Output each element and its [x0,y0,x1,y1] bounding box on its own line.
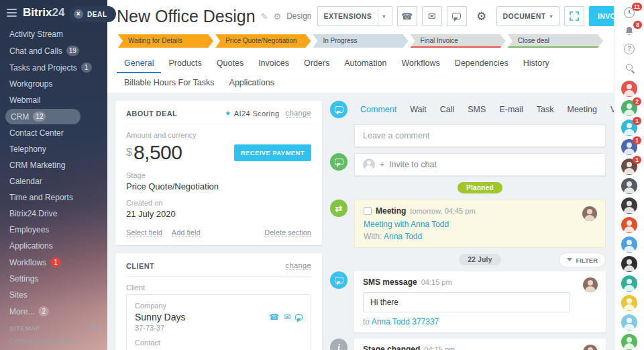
company-name[interactable]: Sunny Days [135,312,185,322]
close-icon[interactable]: × [74,9,83,19]
select-field-link[interactable]: Select field [126,228,162,237]
receive-payment-button[interactable]: RECEIVE PAYMENT [234,144,311,161]
configure-menu-link[interactable]: CONFIGURE MENU [9,337,98,345]
edit-title-icon[interactable]: ✎ [261,11,268,21]
time-management-icon[interactable]: 11 [623,7,636,19]
client-change-link[interactable]: change [286,261,312,270]
add-field-link[interactable]: Add field [172,228,201,237]
chat-icon[interactable] [295,314,303,320]
sidebar-item[interactable]: Applications [0,238,107,254]
invite-to-chat-button[interactable]: + Invite to chat [354,153,606,176]
sidebar-item[interactable]: Chat and Calls 19 [0,42,107,59]
stage-field-value[interactable]: Price Quote/Negotiation [126,181,311,191]
settings-button[interactable]: ⚙ [472,6,492,26]
contact-avatar[interactable]: 1 [621,159,637,175]
sidebar-item[interactable]: More... 2 [0,303,107,320]
contact-avatar[interactable] [621,198,637,214]
deal-tab-item[interactable]: Products [161,54,209,73]
sidebar-item[interactable]: Bitrix24.Drive [0,206,107,222]
timeline-tab[interactable]: Meeting [561,103,603,116]
chat-button[interactable] [447,6,467,26]
deal-tab-item[interactable]: Billable Hours For Tasks [117,73,222,93]
sms-recipient-link[interactable]: Anna Todd [372,317,410,326]
deal-tab-item[interactable]: History [516,54,557,73]
stage-chevron[interactable]: Close deal [508,34,603,48]
meeting-checkbox[interactable] [364,207,372,215]
about-change-link[interactable]: change [286,109,312,118]
stage-changed-card[interactable]: Stage changed 04:15 pm In Progress → Pri… [354,339,606,350]
deal-tab-item[interactable]: Applications [222,73,282,93]
phone-icon[interactable]: ☎ [269,312,279,322]
meeting-card[interactable]: Meeting tomorrow, 04:45 pm Meeting with … [354,200,606,248]
sidebar-item[interactable]: Contact Center [0,125,107,141]
pipeline-gear-icon[interactable]: ⚙ [273,11,281,21]
contact-avatar[interactable]: 1 [621,139,637,155]
contact-avatar[interactable] [621,275,637,292]
comment-input[interactable] [354,124,606,147]
timeline-tab[interactable]: SMS [462,103,492,116]
extensions-button[interactable]: EXTENSIONS ▾ [317,6,392,26]
contact-avatar[interactable]: 2 [621,100,637,116]
sidebar-item[interactable]: Workflows 1 [0,254,107,271]
sms-number-link[interactable]: 377337 [412,317,439,326]
sidebar-item[interactable]: Webmail [0,92,107,108]
deal-tab-item[interactable]: General [117,54,161,73]
delete-section-link[interactable]: Delete section [264,228,311,237]
timeline-tab[interactable]: Call [434,103,461,116]
contact-avatar[interactable] [621,334,637,350]
deal-tab-item[interactable]: Orders [297,54,337,73]
stage-chevron[interactable]: Waiting for Details [118,34,213,48]
deal-tab[interactable]: × DEAL [69,6,116,22]
sidebar-item[interactable]: Settings [0,271,107,287]
sidebar-item[interactable]: Time and Reports [0,189,107,206]
timeline-tab[interactable]: Comment [354,103,402,116]
stage-chevron[interactable]: Price Quote/Negotiation [215,34,311,48]
sidebar-item[interactable]: Sites [0,287,107,303]
ai-scoring-link[interactable]: ★ AI24 Scoring [225,110,279,118]
sidebar-item[interactable]: Tasks and Projects 1 [0,59,107,76]
contact-avatar[interactable] [621,178,637,194]
contact-avatar[interactable] [621,314,637,331]
timeline-tab[interactable]: Visit [604,103,614,116]
search-icon[interactable] [623,60,636,73]
contact-avatar[interactable] [621,256,637,272]
filter-button[interactable]: FILTER [559,253,606,267]
contact-avatar[interactable] [621,81,637,97]
menu-toggle-icon[interactable] [7,9,17,17]
stage-chevron[interactable]: In Progress [313,34,408,48]
deal-tab-item[interactable]: Quotes [209,54,251,73]
deal-tab-item[interactable]: Dependencies [447,54,516,73]
contact-avatar[interactable]: 1 [621,120,637,136]
stage-chevron[interactable]: Final Invoice [411,34,506,48]
sms-card[interactable]: SMS message 04:15 pm Hi there to Anna To… [354,271,606,333]
date-badge[interactable]: 22 July [459,254,500,265]
sidebar-item[interactable]: CRM 12 [5,109,80,124]
sidebar-item[interactable]: Employees [0,222,107,238]
bell-icon[interactable]: 8 [623,25,636,38]
sidebar-item[interactable]: Workgroups [0,76,107,92]
contact-avatar[interactable] [621,217,637,233]
sitemap-link[interactable]: SITEMAP [9,324,40,332]
document-button[interactable]: DOCUMENT ▾ [496,6,559,26]
contact-avatar[interactable] [621,295,637,311]
deal-tab-item[interactable]: Automation [337,54,394,73]
sidebar-item[interactable]: CRM Marketing [0,157,107,173]
deal-tab-item[interactable]: Invoices [251,54,297,73]
call-button[interactable]: ☎ [397,6,417,26]
meeting-subject-link[interactable]: Meeting with Anna Todd [364,220,449,229]
fullscreen-button[interactable] [564,6,584,26]
sidebar-item[interactable]: Activity Stream [0,26,107,42]
contact-avatar[interactable] [621,236,637,253]
sidebar-item[interactable]: Calendar [0,173,107,189]
timeline-tab[interactable]: Task [531,103,560,116]
timeline-tab[interactable]: Wait [404,103,433,116]
email-button[interactable]: ✉ [422,6,442,26]
deal-tab-item[interactable]: Workflows [394,54,447,73]
help-icon[interactable]: ? [623,43,636,56]
pipeline-name[interactable]: Design [286,11,311,21]
mail-icon[interactable]: ✉ [284,312,290,322]
sidebar-item[interactable]: Telephony [0,141,107,157]
timeline-tab[interactable]: E-mail [493,103,529,116]
meeting-with-link[interactable]: Anna Todd [384,232,422,241]
printer-icon[interactable] [90,325,98,331]
